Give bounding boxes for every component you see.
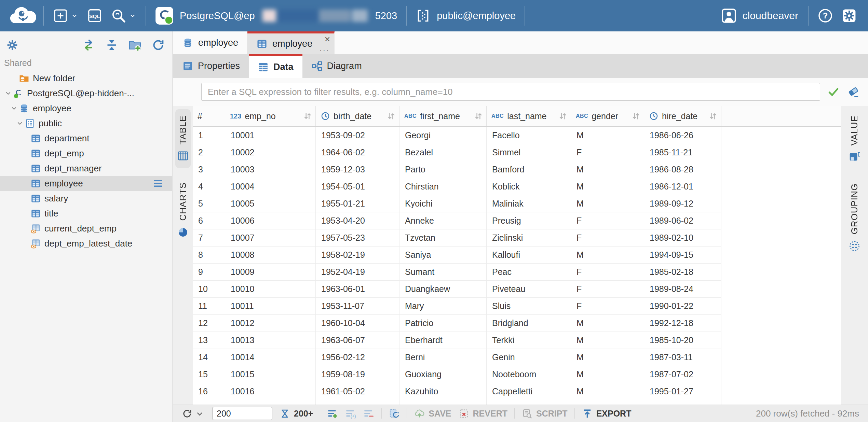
grid-cell[interactable]: 10011: [225, 298, 316, 315]
expander-chevron-icon[interactable]: [15, 119, 25, 127]
grid-cell[interactable]: 1959-08-19: [316, 366, 399, 383]
grid-cell[interactable]: 10004: [225, 178, 316, 195]
grid-cell[interactable]: 1959-12-03: [316, 161, 399, 178]
row-index-cell[interactable]: 4: [193, 178, 225, 195]
export-button[interactable]: EXPORT: [582, 408, 632, 419]
grid-cell[interactable]: Kalloufi: [487, 247, 571, 264]
presentation-tab-charts[interactable]: CHARTS: [177, 182, 189, 238]
grid-cell[interactable]: Duangkaew: [399, 281, 487, 298]
grid-cell[interactable]: 1986-12-01: [644, 178, 721, 195]
tree-item-new-folder[interactable]: New folder: [0, 71, 172, 86]
grid-cell[interactable]: Guoxiang: [399, 366, 487, 383]
help-button[interactable]: ?: [817, 8, 833, 24]
connection-selector[interactable]: PostgreSQL@ep5203: [155, 6, 397, 25]
grid-cell[interactable]: Parto: [399, 161, 487, 178]
grid-cell[interactable]: 1953-04-20: [316, 212, 399, 229]
row-index-cell[interactable]: 2: [193, 144, 225, 161]
grid-cell[interactable]: 1986-08-28: [644, 161, 721, 178]
grid-cell[interactable]: M: [571, 178, 644, 195]
tree-item-current-dept-emp[interactable]: current_dept_emp: [0, 221, 172, 236]
grid-cell[interactable]: Anneke: [399, 212, 487, 229]
tree-item-employee[interactable]: employee: [0, 101, 172, 116]
revert-button[interactable]: REVERT: [458, 408, 507, 419]
save-button[interactable]: SAVE: [414, 408, 451, 419]
grid-cell[interactable]: 10012: [225, 315, 316, 332]
grid-cell[interactable]: Georgi: [399, 127, 487, 144]
grid-cell[interactable]: 10010: [225, 281, 316, 298]
apply-filter-icon[interactable]: [827, 85, 840, 98]
grid-cell[interactable]: 1985-11-21: [644, 144, 721, 161]
grid-cell[interactable]: 1957-05-23: [316, 229, 399, 247]
grid-cell[interactable]: M: [571, 161, 644, 178]
grid-cell[interactable]: 1992-12-18: [644, 315, 721, 332]
tab-properties[interactable]: Properties: [173, 54, 249, 78]
grid-cell[interactable]: M: [571, 315, 644, 332]
tree-item-salary[interactable]: salary: [0, 191, 172, 206]
tab-employee-database[interactable]: employee: [173, 31, 247, 54]
grid-cell[interactable]: Genin: [487, 349, 571, 366]
grid-cell[interactable]: Berni: [399, 349, 487, 366]
sort-icon[interactable]: [558, 111, 568, 121]
row-index-header[interactable]: #: [193, 106, 225, 126]
grid-cell[interactable]: 1989-02-10: [644, 229, 721, 247]
schema-selector[interactable]: public@employee: [416, 8, 516, 23]
sort-icon[interactable]: [386, 111, 396, 121]
row-index-cell[interactable]: 5: [193, 195, 225, 212]
grid-cell[interactable]: Saniya: [399, 247, 487, 264]
sql-editor-button[interactable]: SQL: [87, 8, 103, 24]
grid-cell[interactable]: M: [571, 127, 644, 144]
row-index-cell[interactable]: 1: [193, 127, 225, 144]
grid-cell[interactable]: Bridgland: [487, 315, 571, 332]
grid-cell[interactable]: 1990-01-22: [644, 298, 721, 315]
tree-item-dept-emp-latest-date[interactable]: dept_emp_latest_date: [0, 236, 172, 251]
grid-cell[interactable]: 1963-06-01: [316, 281, 399, 298]
fetch-more-button[interactable]: 200+: [279, 408, 313, 419]
tree-item-department[interactable]: department: [0, 131, 172, 146]
grid-cell[interactable]: 10014: [225, 349, 316, 366]
sort-icon[interactable]: [302, 111, 313, 121]
collapse-all-icon[interactable]: [105, 38, 119, 52]
grid-cell[interactable]: 1989-06-02: [644, 212, 721, 229]
panel-tab-grouping[interactable]: GROUPING: [849, 183, 860, 252]
grid-cell[interactable]: F: [571, 298, 644, 315]
grid-cell[interactable]: Kyoichi: [399, 195, 487, 212]
row-index-cell[interactable]: 11: [193, 298, 225, 315]
grid-cell[interactable]: 1961-05-02: [316, 383, 399, 400]
tree-item-title[interactable]: title: [0, 206, 172, 221]
row-index-cell[interactable]: 14: [193, 349, 225, 366]
grid-cell[interactable]: 10007: [225, 229, 316, 247]
row-index-cell[interactable]: 15: [193, 366, 225, 383]
column-header-last_name[interactable]: ABClast_name: [487, 106, 571, 126]
grid-cell[interactable]: Bamford: [487, 161, 571, 178]
grid-cell[interactable]: 1994-09-15: [644, 247, 721, 264]
sort-icon[interactable]: [473, 111, 484, 121]
grid-cell[interactable]: 1985-02-18: [644, 264, 721, 281]
edit-mode-button[interactable]: [389, 408, 400, 419]
grid-cell[interactable]: 10006: [225, 212, 316, 229]
grid-cell[interactable]: 1985-10-20: [644, 332, 721, 349]
grid-cell[interactable]: F: [571, 264, 644, 281]
grid-cell[interactable]: 10002: [225, 144, 316, 161]
grid-cell[interactable]: Sluis: [487, 298, 571, 315]
grid-cell[interactable]: F: [571, 144, 644, 161]
row-index-cell[interactable]: 8: [193, 247, 225, 264]
grid-cell[interactable]: 10003: [225, 161, 316, 178]
expander-chevron-icon[interactable]: [3, 89, 13, 97]
grid-cell[interactable]: M: [571, 349, 644, 366]
grid-cell[interactable]: 1958-02-19: [316, 247, 399, 264]
grid-cell[interactable]: Maliniak: [487, 195, 571, 212]
grid-cell[interactable]: Preusig: [487, 212, 571, 229]
grid-cell[interactable]: 1986-06-26: [644, 127, 721, 144]
tree-item-employee[interactable]: employee: [0, 176, 172, 191]
column-header-hire_date[interactable]: hire_date: [644, 106, 721, 126]
grid-cell[interactable]: 1963-06-07: [316, 332, 399, 349]
grid-cell[interactable]: 1960-10-04: [316, 315, 399, 332]
driver-manager-button[interactable]: [111, 8, 137, 24]
close-tab-icon[interactable]: ×: [325, 34, 330, 44]
refresh-results-button[interactable]: [181, 408, 205, 419]
link-selection-icon[interactable]: [82, 38, 95, 52]
delete-row-button[interactable]: [363, 408, 375, 419]
grid-cell[interactable]: Eberhardt: [399, 332, 487, 349]
grid-cell[interactable]: 1987-03-11: [644, 349, 721, 366]
row-index-cell[interactable]: 12: [193, 315, 225, 332]
